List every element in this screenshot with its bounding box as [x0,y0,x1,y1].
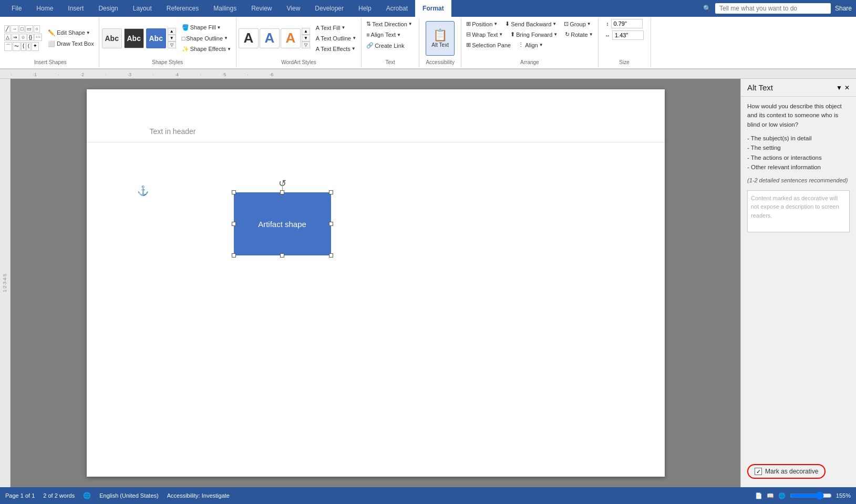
shape-container[interactable]: ↺ Artifact shape [234,192,331,255]
shape-fill-button[interactable]: 🪣 Shape Fill ▼ [179,23,234,33]
tab-home[interactable]: Home [29,0,60,17]
wordart-style-2[interactable]: A [260,28,280,48]
edit-shape-button[interactable]: ✏️ Edit Shape ▼ [45,28,97,38]
mark-decorative-label[interactable]: Mark as decorative [765,468,818,475]
tab-help[interactable]: Help [351,0,379,17]
position-button[interactable]: ⊞ Position ▼ [463,19,500,29]
shape-style-more[interactable]: ▽ [168,42,176,48]
insert-shapes-buttons: ✏️ Edit Shape ▼ ⬜ Draw Text Box [45,28,97,49]
shape-star[interactable]: ☆ [19,34,27,41]
mark-decorative-checkbox[interactable]: ✓ [755,468,762,475]
alt-text-close-button[interactable]: ✕ [844,84,850,91]
wordart-style-1[interactable]: A [239,28,259,48]
tab-developer[interactable]: Developer [307,0,351,17]
tab-design[interactable]: Design [91,0,125,17]
alt-text-collapse-button[interactable]: ▼ [836,84,842,91]
shape-style-scroll-up[interactable]: ▲ [168,28,176,35]
ribbon-group-shape-styles: Abc Abc Abc ▲ ▼ ▽ 🪣 Shape Fill ▼ □ Shape… [99,18,236,67]
width-input[interactable] [612,30,644,40]
artifact-shape[interactable]: Artifact shape [234,192,331,255]
alt-text-button[interactable]: 📋 Alt Text [426,21,455,56]
tab-file[interactable]: File [4,0,29,17]
mark-decorative-oval: ✓ Mark as decorative [747,464,826,479]
wordart-scroll-down[interactable]: ▼ [302,35,310,42]
text-fill-dropdown-icon: ▼ [341,25,345,30]
tab-view[interactable]: View [280,0,308,17]
align-button[interactable]: ⋮ Align ▼ [515,40,545,50]
wrap-text-button[interactable]: ⊟ Wrap Text ▼ [463,29,506,39]
view-read-icon[interactable]: 📖 [767,492,774,499]
alt-text-textarea[interactable]: Content marked as decorative will not ex… [747,190,850,232]
tab-insert[interactable]: Insert [60,0,91,17]
shape-line[interactable]: ╱ [4,25,10,33]
group-button[interactable]: ⊡ Group ▼ [561,19,594,29]
align-text-button[interactable]: ≡ Align Text ▼ [364,30,404,39]
bring-forward-button[interactable]: ⬆ Bring Forward ▼ [508,29,560,39]
height-icon: ↕ [606,21,609,27]
text-content: ⇅ Text Direction ▼ ≡ Align Text ▼ 🔗 Crea… [364,19,417,57]
handle-mr[interactable] [329,222,333,226]
accessibility-content: 📋 Alt Text [421,19,459,57]
arrange-row2: ⊟ Wrap Text ▼ ⬆ Bring Forward ▼ ↻ Rotate… [463,29,595,39]
ribbon-group-insert-shapes: ╱ → □ ▭ ○ △ ⇒ ☆ {} ⋯ ⌒ 〜 { ( [2,18,99,67]
wordart-style-3[interactable]: A [281,28,301,48]
shape-wave[interactable]: 〜 [13,42,20,51]
text-outline-button[interactable]: A Text Outline ▼ [313,34,359,43]
shape-bracket[interactable]: ( [26,42,31,51]
shape-style-1[interactable]: Abc [102,28,122,48]
create-link-button[interactable]: 🔗 Create Link [364,40,407,50]
align-text-dropdown: ▼ [397,33,401,37]
wordart-content: A A A ▲ ▼ ▽ A Text Fill ▼ A Text Outline [239,19,359,57]
handle-bl[interactable] [232,253,236,258]
selection-pane-button[interactable]: ⊞ Selection Pane [463,40,513,50]
shape-style-2[interactable]: Abc [124,28,144,48]
shape-callout[interactable]: {} [27,34,34,41]
handle-tm[interactable] [280,190,284,194]
view-web-icon[interactable]: 🌐 [778,492,786,499]
share-button[interactable]: Share [835,5,852,12]
shape-rect[interactable]: □ [19,25,25,33]
handle-br[interactable] [329,253,333,258]
shape-arrow[interactable]: → [11,25,18,33]
tab-review[interactable]: Review [244,0,279,17]
view-normal-icon[interactable]: 📄 [755,492,762,499]
handle-ml[interactable] [232,222,236,226]
tab-mailings[interactable]: Mailings [206,0,244,17]
shape-effects-button[interactable]: ✨ Shape Effects ▼ [179,44,234,54]
handle-bm[interactable] [280,253,284,258]
shape-style-3[interactable]: Abc [146,28,166,48]
text-fill-button[interactable]: A Text Fill ▼ [313,23,359,33]
rotate-button[interactable]: ↻ Rotate ▼ [562,29,595,39]
text-direction-button[interactable]: ⇅ Text Direction ▼ [364,19,415,29]
header-text: Text in header [150,127,196,136]
tab-acrobat[interactable]: Acrobat [379,0,415,17]
wordart-letters: A A A ▲ ▼ ▽ [239,28,310,48]
alt-text-icon: 📋 [433,28,447,42]
draw-text-box-button[interactable]: ⬜ Draw Text Box [45,39,97,49]
handle-tr[interactable] [329,190,333,194]
wrap-text-dropdown: ▼ [499,32,503,37]
shape-curve[interactable]: ⌒ [4,42,12,51]
shape-more[interactable]: ⋯ [34,34,42,41]
ruler-marks: ··1··2··3··4··5··6 [0,69,856,78]
shape-outline-button[interactable]: □ Shape Outline ▼ [179,34,234,43]
search-input[interactable] [715,3,831,14]
tab-references[interactable]: References [159,0,206,17]
shape-oval[interactable]: ○ [34,25,39,33]
height-input[interactable] [611,19,643,28]
zoom-slider[interactable] [790,491,832,500]
tab-layout[interactable]: Layout [126,0,159,17]
tab-format[interactable]: Format [415,0,451,17]
shape-style-scroll-down[interactable]: ▼ [168,35,176,42]
shape-rtarrow[interactable]: ⇒ [12,34,19,41]
title-bar: File Home Insert Design Layout Reference… [0,0,856,17]
shape-custom[interactable]: ✦ [32,42,39,51]
send-backward-button[interactable]: ⬇ Send Backward ▼ [502,19,559,29]
wordart-scroll-up[interactable]: ▲ [302,28,310,35]
text-effects-button[interactable]: A Text Effects ▼ [313,44,359,54]
wordart-more[interactable]: ▽ [302,42,310,48]
shape-triangle[interactable]: △ [4,34,11,41]
handle-tl[interactable] [232,190,236,194]
shape-brace[interactable]: { [21,42,26,51]
shape-round-rect[interactable]: ▭ [25,25,33,33]
